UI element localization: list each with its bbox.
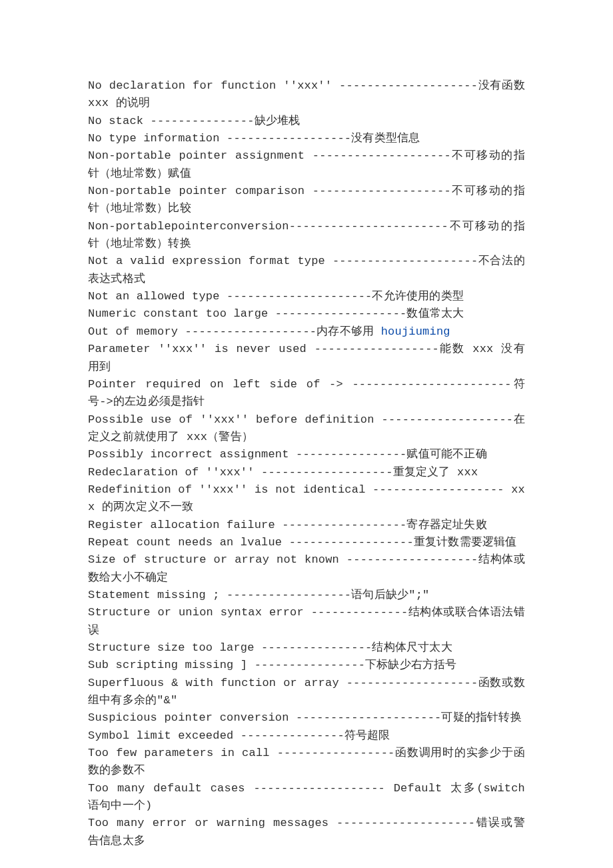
error-entry: No type information ------------------没有… [88,130,525,147]
error-entry: Non-portable pointer comparison --------… [88,183,525,218]
error-entry: Register allocation failure ------------… [88,517,525,534]
entry-text: Sub scripting missing ] ----------------… [88,659,457,671]
entry-text: Register allocation failure ------------… [88,519,487,531]
error-entry: Superfluous & with function or array ---… [88,675,525,710]
error-entry: Parameter ''xxx'' is never used --------… [88,341,525,376]
entry-text: Non-portable pointer assignment --------… [88,149,525,179]
entry-text: Size of structure or array not known ---… [88,553,525,583]
entry-text: Redefinition of ''xxx'' is not identical… [88,483,525,513]
entry-text: Non-portablepointerconversion-----------… [88,220,525,250]
entry-text: Suspicious pointer conversion ----------… [88,711,522,724]
error-entry: Redeclaration of ''xxx'' ---------------… [88,464,525,481]
error-entry: Sub scripting missing ] ----------------… [88,657,525,674]
entry-text: Repeat count needs an lvalue -----------… [88,536,517,549]
error-entry: Possible use of ''xxx'' before definitio… [88,411,525,447]
error-entry: No stack ---------------缺少堆栈 [88,113,525,130]
error-entry: Non-portablepointerconversion-----------… [88,218,525,253]
error-entry: Too many default cases -----------------… [88,780,525,815]
error-entry: Redefinition of ''xxx'' is not identical… [88,481,525,517]
entry-text: Redeclaration of ''xxx'' ---------------… [88,466,478,479]
entry-text: Too many error or warning messages -----… [88,817,525,847]
hyperlink[interactable]: houjiuming [381,325,450,338]
error-entry: Pointer required on left side of -> ----… [88,376,525,411]
entry-text: Too many default cases -----------------… [88,782,525,812]
entry-text: No stack ---------------缺少堆栈 [88,115,300,127]
entry-text: Superfluous & with function or array ---… [88,677,525,707]
error-entry: Not a valid expression format type -----… [88,253,525,288]
error-entry: Non-portable pointer assignment --------… [88,147,525,183]
entry-text: Structure or union syntax error --------… [88,606,525,636]
entry-text: Not an allowed type --------------------… [88,290,464,303]
entry-text: Parameter ''xxx'' is never used --------… [88,343,525,373]
error-entry: No declaration for function ''xxx'' ----… [88,77,525,113]
entry-text: Out of memory -------------------内存不够用 [88,325,381,338]
entry-text: Symbol limit exceeded ---------------符号超… [88,729,390,742]
entry-text: Pointer required on left side of -> ----… [88,378,525,408]
entry-text: No declaration for function ''xxx'' ----… [88,79,525,109]
error-entry: Possibly incorrect assignment ----------… [88,446,525,463]
error-entry: Too few parameters in call -------------… [88,745,525,780]
error-entry: Repeat count needs an lvalue -----------… [88,534,525,551]
entry-text: Numeric constant too large -------------… [88,307,464,320]
error-entry: Not an allowed type --------------------… [88,288,525,305]
document-page: No declaration for function ''xxx'' ----… [0,0,613,868]
error-entry: Statement missing ; ------------------语句… [88,587,525,604]
entry-text: Too few parameters in call -------------… [88,747,525,777]
error-entry: Symbol limit exceeded ---------------符号超… [88,727,525,745]
error-entry: Structure size too large ---------------… [88,639,525,657]
error-entry: Suspicious pointer conversion ----------… [88,709,525,727]
error-entry: Numeric constant too large -------------… [88,305,525,323]
error-entry: Size of structure or array not known ---… [88,551,525,587]
blank-line [88,850,525,867]
entry-text: Statement missing ; ------------------语句… [88,589,429,601]
entry-text: Possibly incorrect assignment ----------… [88,448,487,461]
error-entry: Too many error or warning messages -----… [88,815,525,850]
error-entry: Out of memory -------------------内存不够用 h… [88,323,525,341]
error-entry: Structure or union syntax error --------… [88,604,525,639]
entry-text: Non-portable pointer comparison --------… [88,185,525,215]
entry-text: Possible use of ''xxx'' before definitio… [88,413,525,443]
entry-text: No type information ------------------没有… [88,132,420,145]
entry-text: Structure size too large ---------------… [88,641,452,654]
entry-text: Not a valid expression format type -----… [88,255,525,285]
